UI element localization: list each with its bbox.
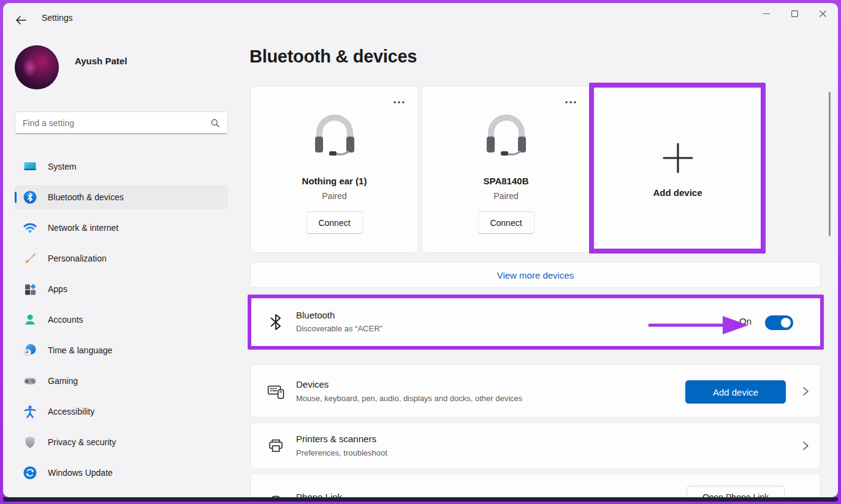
phone-link-row-title: Phone Link xyxy=(296,492,342,497)
sidebar-item-windows-update[interactable]: Windows Update xyxy=(15,461,228,485)
sidebar-item-label: Apps xyxy=(48,284,67,294)
chevron-right-icon xyxy=(801,440,810,452)
sidebar-item-label: Privacy & security xyxy=(48,437,116,447)
sidebar-item-privacy-security[interactable]: Privacy & security xyxy=(15,430,228,454)
selected-accent-pill xyxy=(15,192,17,203)
network-icon xyxy=(23,220,37,235)
bluetooth-toggle-row[interactable]: Bluetooth Discoverable as “ACER” On xyxy=(250,298,821,347)
settings-window: Settings Ayush Patel System Bluetooth & … xyxy=(3,3,838,497)
sidebar-item-label: Bluetooth & devices xyxy=(48,192,124,202)
titlebar: Settings xyxy=(3,3,838,32)
plus-icon xyxy=(661,141,694,177)
privacy-icon xyxy=(23,435,37,449)
accounts-icon xyxy=(23,312,37,327)
close-icon xyxy=(820,10,826,17)
user-name: Ayush Patel xyxy=(75,56,127,66)
sidebar-item-label: Network & internet xyxy=(48,223,118,233)
add-device-button[interactable]: Add device xyxy=(685,380,786,404)
bluetooth-glyph-icon xyxy=(267,313,285,331)
scrollbar-thumb[interactable] xyxy=(829,92,831,236)
sidebar-nav: System Bluetooth & devices Network & int… xyxy=(15,154,228,491)
sidebar-item-bluetooth-devices[interactable]: Bluetooth & devices xyxy=(15,185,228,209)
add-device-label: Add device xyxy=(594,187,761,198)
connect-button[interactable]: Connect xyxy=(478,211,535,234)
bluetooth-icon xyxy=(23,190,37,205)
printers-row-subtitle: Preferences, troubleshoot xyxy=(296,448,387,457)
device-name: Nothing ear (1) xyxy=(251,176,418,186)
devices-icon xyxy=(267,382,285,401)
back-arrow-icon xyxy=(15,16,26,24)
open-phone-link-button[interactable]: Open Phone Link xyxy=(687,486,785,497)
apps-icon xyxy=(23,282,37,296)
bluetooth-row-subtitle: Discoverable as “ACER” xyxy=(296,324,382,333)
sidebar-item-label: Time & language xyxy=(48,345,112,355)
sidebar-item-label: Accounts xyxy=(48,315,83,325)
connect-button[interactable]: Connect xyxy=(306,211,363,234)
headset-icon xyxy=(308,112,361,159)
minimize-icon xyxy=(763,10,770,17)
headset-icon xyxy=(480,112,533,159)
chevron-right-icon xyxy=(801,385,810,397)
printer-icon xyxy=(267,437,285,455)
maximize-button[interactable] xyxy=(780,3,809,24)
gaming-icon xyxy=(23,374,37,388)
phone-link-row[interactable]: Phone Link Open Phone Link xyxy=(250,473,821,497)
devices-row-subtitle: Mouse, keyboard, pen, audio, displays an… xyxy=(296,394,522,403)
ellipsis-icon xyxy=(565,100,577,104)
sidebar-item-label: Accessibility xyxy=(48,407,94,416)
user-avatar[interactable] xyxy=(15,45,59,89)
search-box[interactable] xyxy=(15,111,228,134)
bluetooth-row-title: Bluetooth xyxy=(296,310,335,320)
accessibility-icon xyxy=(23,404,37,419)
sidebar-item-apps[interactable]: Apps xyxy=(15,277,228,301)
page-title: Bluetooth & devices xyxy=(249,47,417,67)
window-title: Settings xyxy=(42,13,73,23)
device-status: Paired xyxy=(422,191,590,201)
ellipsis-icon xyxy=(393,100,405,104)
sidebar-item-personalization[interactable]: Personalization xyxy=(15,246,228,271)
sidebar-item-label: Personalization xyxy=(48,254,107,263)
sidebar-item-gaming[interactable]: Gaming xyxy=(15,369,228,393)
add-device-card[interactable]: Add device xyxy=(593,86,762,253)
printers-scanners-row[interactable]: Printers & scanners Preferences, trouble… xyxy=(250,423,821,469)
sidebar-item-network-internet[interactable]: Network & internet xyxy=(15,216,228,240)
printers-row-title: Printers & scanners xyxy=(296,434,376,444)
search-icon[interactable] xyxy=(210,118,220,128)
sidebar-item-label: Gaming xyxy=(48,376,78,386)
device-card-spa8140b[interactable]: SPA8140B Paired Connect xyxy=(422,86,590,253)
view-more-label: View more devices xyxy=(497,270,574,280)
device-status: Paired xyxy=(251,191,418,201)
more-options-button[interactable] xyxy=(390,96,408,108)
personalization-icon xyxy=(23,251,37,266)
sidebar-item-time-language[interactable]: Time & language xyxy=(15,338,228,363)
sidebar-item-label: Windows Update xyxy=(48,468,113,478)
more-options-button[interactable] xyxy=(561,96,580,108)
bluetooth-toggle[interactable] xyxy=(765,315,793,330)
sidebar-item-system[interactable]: System xyxy=(15,154,228,179)
back-button[interactable] xyxy=(12,12,30,29)
minimize-button[interactable] xyxy=(752,3,780,24)
devices-row[interactable]: Devices Mouse, keyboard, pen, audio, dis… xyxy=(250,364,821,418)
devices-row-title: Devices xyxy=(296,379,329,389)
toggle-knob xyxy=(781,318,791,328)
search-input[interactable] xyxy=(15,118,210,128)
toggle-state-label: On xyxy=(739,316,752,326)
close-button[interactable] xyxy=(809,3,837,24)
sidebar-item-accounts[interactable]: Accounts xyxy=(15,307,228,332)
system-icon xyxy=(23,159,37,174)
device-card-nothing-ear[interactable]: Nothing ear (1) Paired Connect xyxy=(250,86,419,253)
sidebar-item-label: System xyxy=(48,162,77,171)
maximize-icon xyxy=(791,10,798,17)
sidebar-item-accessibility[interactable]: Accessibility xyxy=(15,399,228,424)
device-name: SPA8140B xyxy=(422,176,590,186)
windows-update-icon xyxy=(23,465,37,480)
frame-bottom-strip xyxy=(3,497,838,502)
time-language-icon xyxy=(23,343,37,358)
view-more-devices-button[interactable]: View more devices xyxy=(250,262,821,288)
